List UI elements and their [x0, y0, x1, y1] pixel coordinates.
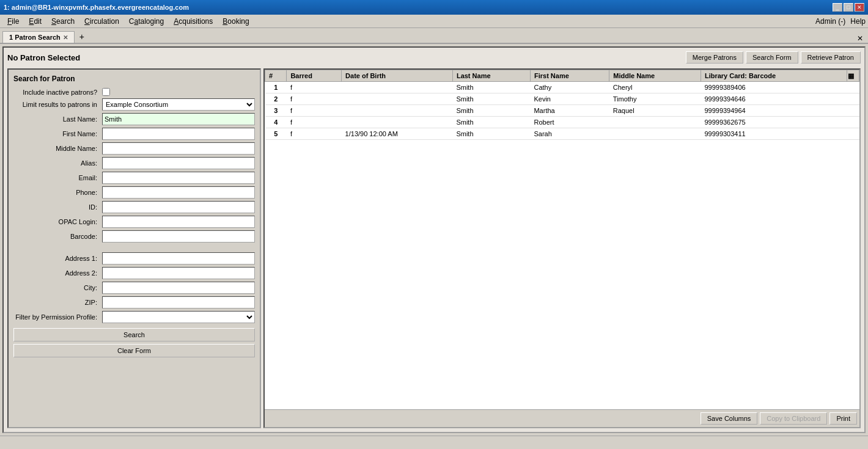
- include-inactive-row: Include inactive patrons?: [13, 88, 255, 96]
- filter-profile-select[interactable]: [102, 311, 255, 323]
- cell-firstname: Cathy: [530, 82, 609, 93]
- address2-input[interactable]: [102, 267, 255, 279]
- cell-middlename: Raquel: [609, 105, 701, 117]
- address1-row: Address 1:: [13, 252, 255, 265]
- results-panel: # Barred Date of Birth Last Name First N…: [263, 68, 861, 428]
- search-button[interactable]: Search: [13, 328, 255, 341]
- patron-search-tab[interactable]: 1 Patron Search ✕: [2, 31, 75, 43]
- alias-input[interactable]: [102, 157, 255, 169]
- address1-input[interactable]: [102, 252, 255, 265]
- menu-cataloging[interactable]: Cataloging: [124, 16, 169, 27]
- help-menu[interactable]: Help: [850, 17, 866, 26]
- cell-middlename: [609, 117, 701, 128]
- menu-circulation[interactable]: Circulation: [79, 16, 124, 27]
- tab-label: 1 Patron Search: [9, 34, 61, 41]
- col-header-num[interactable]: #: [265, 70, 287, 82]
- table-row[interactable]: 5 f 1/13/90 12:00 AM Smith Sarah 9999930…: [265, 128, 859, 140]
- last-name-input[interactable]: [102, 113, 255, 125]
- cell-barred: f: [287, 82, 342, 93]
- cell-middlename: Cheryl: [609, 82, 701, 93]
- menu-booking[interactable]: Booking: [218, 16, 254, 27]
- add-tab-button[interactable]: +: [76, 31, 88, 43]
- cell-lastname: Smith: [452, 93, 530, 105]
- maximize-button[interactable]: □: [844, 3, 853, 12]
- cell-empty: [847, 93, 859, 105]
- tab-close-icon[interactable]: ✕: [63, 34, 68, 41]
- cell-barcode: 99999389406: [701, 82, 847, 93]
- col-header-barred[interactable]: Barred: [287, 70, 342, 82]
- col-header-middlename[interactable]: Middle Name: [609, 70, 701, 82]
- save-columns-button[interactable]: Save Columns: [701, 412, 758, 425]
- col-header-dob[interactable]: Date of Birth: [342, 70, 453, 82]
- merge-patrons-button[interactable]: Merge Patrons: [686, 51, 743, 64]
- copy-to-clipboard-button[interactable]: Copy to Clipboard: [760, 412, 827, 425]
- cell-firstname: Robert: [530, 117, 609, 128]
- cell-lastname: Smith: [452, 117, 530, 128]
- table-row[interactable]: 2 f Smith Kevin Timothy 99999394646: [265, 93, 859, 105]
- zip-row: ZIP:: [13, 296, 255, 308]
- first-name-input[interactable]: [102, 128, 255, 140]
- cell-barcode: 99999303411: [701, 128, 847, 140]
- col-header-barcode[interactable]: Library Card: Barcode: [701, 70, 847, 82]
- main-window: No Patron Selected Merge Patrons Search …: [0, 44, 868, 436]
- no-patron-label: No Patron Selected: [7, 53, 80, 62]
- menu-bar: File Edit Search Circulation Cataloging …: [0, 15, 868, 28]
- cell-dob: [342, 93, 453, 105]
- cell-dob: [342, 105, 453, 117]
- menu-acquisitions[interactable]: Acquisitions: [169, 16, 218, 27]
- phone-input[interactable]: [102, 186, 255, 199]
- results-table: # Barred Date of Birth Last Name First N…: [265, 70, 859, 140]
- title-bar: 1: admin@BR1-winxpvmfx.phasefx.evergreen…: [0, 0, 868, 15]
- cell-barred: f: [287, 105, 342, 117]
- address2-label: Address 2:: [13, 269, 102, 277]
- menu-file[interactable]: File: [2, 16, 24, 27]
- cell-barcode: 99999394964: [701, 105, 847, 117]
- results-table-container[interactable]: # Barred Date of Birth Last Name First N…: [265, 70, 859, 409]
- address2-row: Address 2:: [13, 267, 255, 279]
- top-info-bar: No Patron Selected Merge Patrons Search …: [7, 51, 861, 64]
- table-row[interactable]: 4 f Smith Robert 99999362675: [265, 117, 859, 128]
- window-close-icon[interactable]: ✕: [857, 34, 866, 43]
- opac-login-input[interactable]: [102, 216, 255, 228]
- print-button[interactable]: Print: [829, 412, 857, 425]
- split-area: Search for Patron Include inactive patro…: [7, 68, 861, 428]
- col-resize-handle[interactable]: ▦: [847, 70, 859, 82]
- id-label: ID:: [13, 203, 102, 211]
- cell-empty: [847, 105, 859, 117]
- zip-input[interactable]: [102, 296, 255, 308]
- table-row[interactable]: 1 f Smith Cathy Cheryl 99999389406: [265, 82, 859, 93]
- barcode-input[interactable]: [102, 230, 255, 243]
- minimize-button[interactable]: _: [833, 3, 842, 12]
- filter-profile-row: Filter by Permission Profile:: [13, 311, 255, 323]
- barcode-label: Barcode:: [13, 233, 102, 240]
- city-input[interactable]: [102, 282, 255, 294]
- window-controls: _ □ ✕: [833, 3, 864, 12]
- limit-results-label: Limit results to patrons in: [13, 101, 102, 108]
- cell-num: 1: [265, 82, 287, 93]
- col-header-firstname[interactable]: First Name: [530, 70, 609, 82]
- cell-firstname: Martha: [530, 105, 609, 117]
- table-row[interactable]: 3 f Smith Martha Raquel 99999394964: [265, 105, 859, 117]
- clear-form-button[interactable]: Clear Form: [13, 344, 255, 357]
- cell-barcode: 99999394646: [701, 93, 847, 105]
- limit-results-select[interactable]: Example Consortium: [102, 98, 255, 111]
- id-input[interactable]: [102, 201, 255, 213]
- menu-search[interactable]: Search: [46, 16, 79, 27]
- admin-menu[interactable]: Admin (-): [815, 17, 845, 26]
- cell-firstname: Kevin: [530, 93, 609, 105]
- search-form-button[interactable]: Search Form: [746, 51, 798, 64]
- cell-middlename: Timothy: [609, 93, 701, 105]
- retrieve-patron-button[interactable]: Retrieve Patron: [801, 51, 861, 64]
- cell-barred: f: [287, 93, 342, 105]
- cell-num: 4: [265, 117, 287, 128]
- close-button[interactable]: ✕: [855, 3, 864, 12]
- middle-name-input[interactable]: [102, 142, 255, 155]
- results-footer: Save Columns Copy to Clipboard Print: [265, 409, 859, 427]
- cell-lastname: Smith: [452, 105, 530, 117]
- menu-edit[interactable]: Edit: [24, 16, 46, 27]
- email-input[interactable]: [102, 172, 255, 184]
- include-inactive-checkbox[interactable]: [102, 88, 110, 96]
- cell-lastname: Smith: [452, 82, 530, 93]
- cell-lastname: Smith: [452, 128, 530, 140]
- col-header-lastname[interactable]: Last Name: [452, 70, 530, 82]
